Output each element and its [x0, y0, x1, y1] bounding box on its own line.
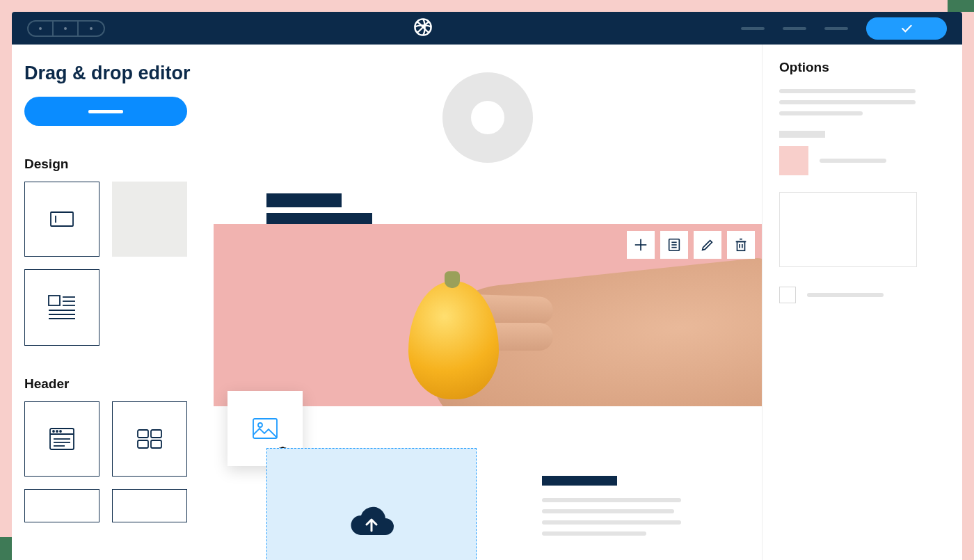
confirm-button[interactable] [866, 17, 947, 40]
svg-rect-3 [49, 296, 60, 305]
sidebar: Drag & drop editor Design [12, 45, 214, 560]
button-label-placeholder [88, 110, 123, 113]
window-dot[interactable] [54, 22, 79, 35]
color-swatch[interactable] [779, 146, 808, 175]
block-browser[interactable] [24, 401, 99, 477]
block-toolbar [627, 231, 755, 259]
app-window: Drag & drop editor Design [12, 12, 962, 560]
cloud-upload-icon [346, 503, 397, 539]
pencil-icon [700, 237, 715, 253]
topbar-link[interactable] [741, 27, 765, 30]
options-panel: Options [762, 45, 962, 560]
svg-point-14 [60, 431, 61, 432]
text-content-placeholder [542, 476, 702, 543]
block-text-input[interactable] [24, 182, 99, 257]
text-image-icon [48, 295, 76, 320]
svg-point-34 [258, 423, 262, 427]
svg-rect-33 [253, 419, 277, 438]
svg-rect-18 [138, 430, 148, 438]
grid-icon [137, 429, 162, 449]
topbar [12, 12, 962, 45]
avatar-placeholder [442, 72, 533, 163]
image-icon [253, 418, 278, 439]
sidebar-primary-button[interactable] [24, 97, 187, 126]
option-placeholder-line [779, 89, 916, 93]
options-title: Options [779, 60, 945, 75]
option-placeholder-line [779, 100, 916, 104]
svg-rect-20 [138, 440, 148, 448]
text-input-icon [50, 211, 74, 227]
swatch-label-placeholder [820, 159, 886, 163]
browser-icon [49, 428, 74, 450]
svg-rect-28 [737, 241, 745, 250]
window-dot[interactable] [29, 22, 54, 35]
toolbar-edit-button[interactable] [694, 231, 721, 259]
block-placeholder[interactable] [112, 489, 187, 522]
block-blank[interactable] [112, 182, 187, 257]
window-controls [27, 20, 105, 37]
section-title-design: Design [24, 157, 201, 172]
topbar-link[interactable] [824, 27, 848, 30]
option-label-placeholder [779, 131, 825, 138]
sidebar-title: Drag & drop editor [24, 63, 201, 84]
svg-point-12 [53, 431, 54, 432]
upload-dropzone[interactable] [266, 448, 477, 560]
block-text-image[interactable] [24, 269, 99, 346]
plus-icon [633, 237, 648, 253]
svg-point-13 [56, 431, 58, 432]
toolbar-delete-button[interactable] [727, 231, 755, 259]
document-icon [666, 237, 682, 253]
option-checkbox[interactable] [779, 287, 796, 303]
option-placeholder-line [779, 111, 863, 115]
toolbar-duplicate-button[interactable] [660, 231, 688, 259]
window-dot[interactable] [79, 22, 104, 35]
canvas[interactable] [214, 45, 762, 560]
block-grid[interactable] [112, 401, 187, 477]
svg-rect-19 [151, 430, 161, 438]
topbar-link[interactable] [783, 27, 806, 30]
check-icon [900, 22, 913, 35]
section-title-header: Header [24, 376, 201, 392]
trash-icon [733, 237, 749, 253]
svg-rect-21 [151, 440, 161, 448]
checkbox-label-placeholder [807, 293, 884, 297]
svg-rect-1 [51, 212, 73, 226]
block-placeholder[interactable] [24, 489, 99, 522]
app-logo-icon [413, 17, 433, 40]
toolbar-add-button[interactable] [627, 231, 655, 259]
option-preview-box[interactable] [779, 192, 917, 267]
